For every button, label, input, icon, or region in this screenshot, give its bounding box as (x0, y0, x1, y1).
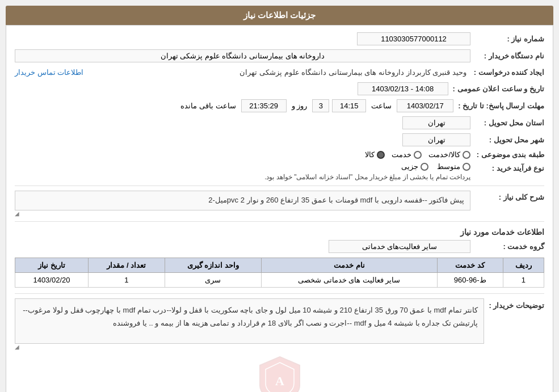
created-by-value: وحید قنبری کاربرداز داروخانه های بیمارست… (88, 66, 469, 78)
category-khedmat-label: خدمت (392, 150, 411, 159)
radio-jozii (421, 163, 428, 171)
services-table: ردیف کد خدمت نام خدمت واحد اندازه گیری ت… (15, 258, 544, 288)
service-group-value: سایر فعالیت‌های خدماتی (329, 240, 470, 253)
need-number-label: شماره نیاز : (470, 35, 544, 43)
col-unit: واحد اندازه گیری (165, 258, 261, 272)
need-desc-label: شرح کلی نیاز : (470, 191, 544, 201)
radio-motavaset (463, 163, 470, 171)
announce-date-label: تاریخ و ساعت اعلان عمومی : (448, 85, 544, 93)
col-quantity: تعداد / مقدار (88, 258, 165, 272)
category-option-khedmat: خدمت (392, 150, 422, 159)
services-info-header: اطلاعات خدمات مورد نیاز (15, 227, 544, 237)
process-note: پرداخت تمام یا بخشی از مبلغ خریدار محل "… (15, 173, 470, 181)
service-group-label: گروه خدمت : (470, 242, 544, 251)
watermark-logo: A (257, 354, 302, 392)
category-label: طبقه بندی موضوعی : (470, 150, 544, 159)
reply-time-value: 14:15 (332, 99, 366, 112)
announce-date-value: 1403/02/13 - 14:08 (358, 82, 448, 95)
requester-org-label: نام دستگاه خریدار : (470, 52, 544, 60)
process-option-jozii: جزیی (401, 162, 428, 171)
day-label: روز و (289, 102, 310, 110)
category-kala-khedmat-label: کالا/خدمت (428, 150, 460, 159)
reply-remaining-value: 21:35:29 (241, 99, 287, 112)
buyer-desc-label: توضیحات خریدار : (484, 298, 544, 310)
buyer-desc-value: کانتر تمام mdf با عمق 70 ورق 35 ارتفاع 2… (15, 298, 484, 344)
category-option-kala-khedmat: کالا/خدمت (428, 150, 470, 159)
created-by-label: ایجاد کننده درخواست : (469, 68, 544, 77)
contact-link[interactable]: اطلاعات تماس خریدار (15, 68, 83, 77)
delivery-province-label: استان محل تحویل : (470, 119, 544, 127)
radio-kala (377, 151, 385, 159)
col-service-code: کد خدمت (437, 258, 503, 272)
need-number-value: 1103030577000112 (357, 32, 470, 45)
svg-text:A: A (275, 374, 284, 388)
col-date: تاریخ نیاز (15, 258, 89, 272)
radio-kala-khedmat (463, 151, 470, 159)
need-desc-value: پیش فاکتور --قفسه دارویی با mdf قومنات ب… (15, 191, 470, 210)
radio-khedmat (414, 151, 422, 159)
delivery-province-value: تهران (402, 116, 470, 129)
process-motavaset-label: متوسط (437, 162, 460, 171)
remaining-label: ساعت باقی مانده (178, 102, 238, 110)
reply-day-value: 3 (312, 99, 329, 112)
buyer-desc-resize-handle[interactable]: ◢ (15, 344, 19, 350)
page-header: جزئیات اطلاعات نیاز (6, 6, 553, 25)
col-service-name: نام خدمت (261, 258, 437, 272)
process-type-label: نوع فرآیند خرید : (470, 162, 544, 172)
time-label: ساعت (369, 102, 394, 110)
col-row: ردیف (503, 258, 544, 272)
requester-org-value: داروخانه های بیمارستانی دانشگاه علوم پزش… (15, 49, 470, 62)
resize-handle[interactable]: ◢ (15, 210, 19, 217)
delivery-city-value: تهران (402, 133, 470, 146)
reply-date-value: 1403/02/17 (397, 99, 453, 112)
delivery-city-label: شهر محل تحویل : (470, 136, 544, 144)
process-jozii-label: جزیی (401, 162, 418, 171)
process-option-motavaset: متوسط (437, 162, 470, 171)
page-title: جزئیات اطلاعات نیاز (243, 10, 316, 20)
category-option-kala: کالا (365, 150, 385, 159)
reply-deadline-label: مهلت ارسال پاسخ: تا تاریخ : (453, 102, 544, 110)
table-row: 1ط-96-960سایر فعالیت های خدماتی شخصیسری1… (15, 272, 544, 287)
category-kala-label: کالا (365, 150, 375, 159)
